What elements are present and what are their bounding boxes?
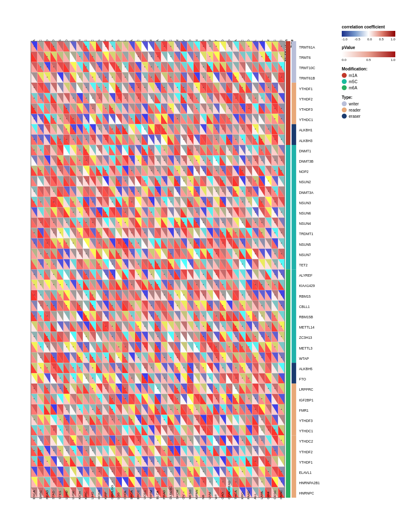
svg-text:*: *: [138, 97, 139, 100]
svg-text:*: *: [203, 294, 204, 297]
svg-text:METTL3: METTL3: [299, 346, 313, 350]
svg-text:*: *: [144, 460, 145, 464]
svg-text:LRPPRC: LRPPRC: [299, 387, 313, 392]
eraser-legend-item: eraser: [342, 114, 414, 119]
svg-text:*: *: [157, 283, 159, 287]
svg-text:*: *: [170, 283, 171, 287]
svg-text:*: *: [248, 159, 250, 163]
svg-text:*: *: [235, 335, 236, 339]
svg-text:*: *: [163, 201, 165, 204]
svg-text:STES: STES: [58, 491, 62, 499]
svg-text:*: *: [98, 97, 100, 100]
svg-text:*: *: [47, 55, 48, 59]
svg-text:*: *: [151, 263, 152, 266]
svg-text:*: *: [92, 107, 93, 111]
svg-text:*: *: [183, 97, 184, 100]
svg-text:*: *: [53, 283, 54, 287]
svg-text:*: *: [40, 65, 41, 69]
svg-text:*: *: [98, 470, 100, 474]
svg-text:*: *: [131, 252, 132, 256]
svg-text:*: *: [86, 211, 87, 215]
svg-rect-5888: [286, 269, 290, 497]
svg-text:*: *: [131, 231, 132, 235]
svg-text:*: *: [151, 76, 152, 79]
eraser-icon: [342, 114, 347, 119]
svg-text:*: *: [47, 315, 48, 318]
svg-text:*: *: [248, 315, 250, 318]
svg-text:*: *: [86, 65, 87, 69]
svg-text:*: *: [281, 408, 282, 412]
svg-text:*: *: [112, 325, 113, 329]
svg-text:*: *: [125, 128, 126, 131]
svg-text:MESO: MESO: [188, 490, 192, 499]
svg-text:*: *: [209, 97, 210, 100]
svg-text:*: *: [138, 190, 139, 194]
svg-text:KIAA1429: KIAA1429: [299, 284, 315, 288]
svg-text:*: *: [105, 480, 106, 484]
svg-text:*: *: [255, 128, 256, 131]
svg-text:*: *: [144, 65, 145, 69]
svg-text:*: *: [222, 169, 224, 173]
svg-text:*: *: [274, 315, 275, 318]
svg-text:*: *: [33, 283, 35, 287]
svg-text:*: *: [209, 387, 210, 391]
svg-text:*: *: [170, 460, 171, 464]
svg-text:*: *: [40, 221, 41, 225]
svg-text:*: *: [125, 356, 126, 360]
svg-text:*: *: [222, 304, 224, 308]
svg-text:*: *: [255, 356, 256, 360]
svg-text:*: *: [66, 117, 67, 121]
svg-text:*: *: [138, 439, 139, 443]
svg-text:KICH: KICH: [78, 491, 82, 499]
svg-rect-5895: [292, 384, 296, 436]
svg-text:*: *: [138, 242, 139, 245]
svg-text:*: *: [125, 211, 126, 215]
svg-text:*: *: [40, 128, 41, 131]
svg-text:*: *: [72, 117, 74, 121]
svg-text:*: *: [274, 231, 275, 235]
svg-rect-5886: [286, 41, 290, 145]
svg-text:*: *: [281, 117, 282, 121]
svg-text:*: *: [131, 86, 132, 90]
svg-text:*: *: [33, 418, 35, 422]
svg-text:*: *: [274, 138, 275, 142]
svg-text:*: *: [274, 201, 275, 204]
svg-text:*: *: [261, 304, 262, 308]
svg-text:*: *: [53, 304, 54, 308]
svg-text:*: *: [118, 242, 119, 245]
svg-text:*: *: [274, 345, 275, 349]
svg-text:*: *: [216, 45, 217, 49]
svg-text:*: *: [170, 356, 171, 360]
svg-text:*: *: [170, 201, 171, 204]
svg-text:*: *: [209, 107, 210, 111]
svg-text:THCA: THCA: [234, 490, 238, 499]
svg-text:*: *: [60, 460, 61, 464]
svg-text:*: *: [196, 159, 197, 163]
svg-text:*: *: [157, 159, 159, 163]
svg-text:*: *: [163, 470, 165, 474]
svg-text:*: *: [47, 65, 48, 69]
svg-text:*: *: [170, 449, 171, 453]
svg-text:*: *: [157, 439, 159, 443]
svg-text:*: *: [274, 190, 275, 194]
m6a-legend-item: m6A: [342, 85, 414, 90]
svg-text:*: *: [203, 315, 204, 318]
svg-text:*: *: [261, 55, 262, 59]
svg-text:*: *: [203, 429, 204, 432]
svg-text:*: *: [190, 439, 191, 443]
svg-text:*: *: [157, 263, 159, 266]
svg-text:*: *: [203, 65, 204, 69]
svg-text:*: *: [40, 273, 41, 277]
svg-text:*: *: [86, 273, 87, 277]
svg-text:METTL14: METTL14: [299, 325, 315, 329]
svg-text:*: *: [125, 345, 126, 349]
svg-text:*: *: [138, 273, 139, 277]
svg-text:*: *: [216, 138, 217, 142]
svg-text:DNMT3A: DNMT3A: [299, 191, 313, 195]
svg-text:*: *: [60, 429, 61, 432]
svg-text:*: *: [190, 366, 191, 370]
svg-text:*: *: [157, 460, 159, 464]
svg-text:*: *: [196, 86, 197, 90]
svg-text:SARC: SARC: [39, 490, 42, 499]
svg-text:NSUN7: NSUN7: [299, 253, 311, 257]
